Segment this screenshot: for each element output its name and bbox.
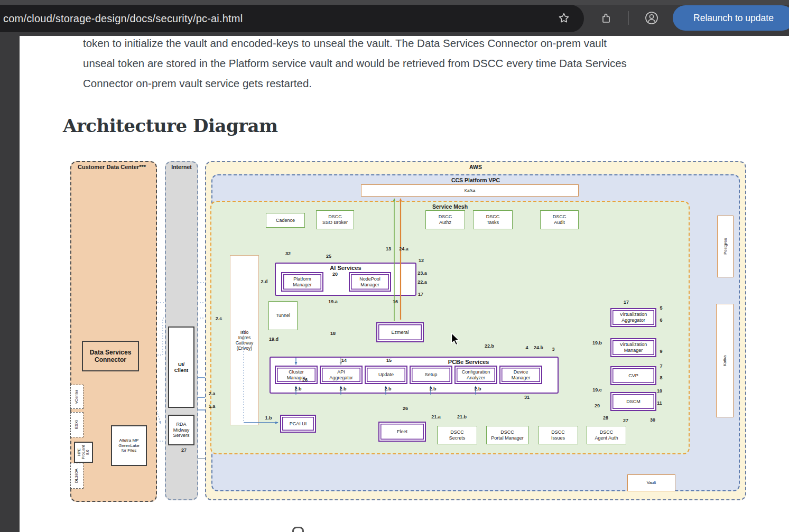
bookmark-star-icon[interactable] <box>556 11 571 25</box>
edge-label-44: 11 <box>657 400 662 406</box>
edge-label-45: 28 <box>603 415 608 421</box>
edge-label-33: 31 <box>524 395 530 400</box>
edge-label-20: 2.b <box>294 386 301 391</box>
extension-icon[interactable] <box>599 11 614 25</box>
next-section-glyph-fragment <box>292 527 304 532</box>
edge-label-4: 12 <box>419 258 424 263</box>
edge-label-18: 14 <box>341 358 347 363</box>
edge-label-0: 32 <box>285 251 291 256</box>
edge-label-35: 5 <box>660 305 662 311</box>
edge-label-25: 26 <box>302 377 308 382</box>
edge-label-8: 2.d <box>261 279 267 284</box>
edge-label-28: 21.b <box>457 414 467 419</box>
profile-icon[interactable] <box>644 11 659 25</box>
page-heading: Architecture Diagram <box>63 115 278 136</box>
edge-label-19: 15 <box>386 358 392 363</box>
edge-label-30: 4 <box>525 345 528 350</box>
edge-label-37: 19.b <box>592 340 602 346</box>
paragraph-line: unseal token are stored in the Platform … <box>83 53 759 73</box>
left-dark-strip <box>0 36 20 532</box>
paragraph-line: Connector on-prem vault service gets res… <box>83 73 759 94</box>
edge-label-3: 24.a <box>399 246 409 251</box>
architecture-diagram: Customer Data Center***InternetAWSCCS Pl… <box>62 156 747 506</box>
edge-label-23: 2.b <box>429 386 436 391</box>
browser-toolbar: com/cloud/storage-design/docs/security/p… <box>0 0 789 36</box>
edge-label-1: 25 <box>326 254 331 259</box>
edge-label-5: 23.a <box>417 270 427 276</box>
edge-label-22: 2.b <box>384 386 391 391</box>
edge-label-17: 1.b <box>265 415 272 421</box>
window-top-strip <box>0 0 789 5</box>
edge-label-6: 22.a <box>417 279 427 285</box>
paragraph-line: token to initialize the vault and encode… <box>83 33 759 53</box>
edge-label-31: 24.b <box>534 345 543 350</box>
relaunch-to-update-button[interactable]: Relaunch to update <box>673 5 789 31</box>
edge-label-10: 19.a <box>328 299 338 304</box>
edge-label-46: 27 <box>623 418 628 423</box>
edge-label-40: 8 <box>660 375 662 380</box>
edge-label-21: 2.b <box>339 386 346 391</box>
edge-label-41: 19.c <box>592 387 602 393</box>
edge-label-27: 21.a <box>431 414 441 419</box>
edge-label-43: 29 <box>595 403 600 408</box>
edge-label-2: 13 <box>386 246 391 251</box>
mouse-cursor <box>450 333 461 346</box>
edge-label-39: 7 <box>660 363 662 369</box>
edge-label-36: 6 <box>660 318 662 323</box>
edge-label-9: 20 <box>332 272 338 277</box>
edge-label-7: 17 <box>418 292 423 297</box>
edge-label-24: 2.b <box>474 386 481 391</box>
edge-label-29: 22.b <box>485 343 494 349</box>
edge-label-12: 18 <box>330 331 336 336</box>
edge-label-11: 16 <box>393 299 398 304</box>
edge-label-38: 9 <box>660 349 662 354</box>
edge-label-42: 10 <box>657 388 662 394</box>
body-paragraph: token to initialize the vault and encode… <box>83 33 759 94</box>
edge-label-32: 3 <box>552 347 554 352</box>
edge-label-47: 30 <box>650 417 655 423</box>
edge-label-13: 19.d <box>269 337 279 342</box>
edge-label-14: 2.c <box>216 316 222 321</box>
edge-label-16: 1.a <box>209 404 216 409</box>
toolbar-divider <box>628 11 629 25</box>
url-text[interactable]: com/cloud/storage-design/docs/security/p… <box>0 13 243 25</box>
edge-label-34: 17 <box>624 300 629 305</box>
diagram-connectors-m2 <box>62 156 747 506</box>
address-bar[interactable]: com/cloud/storage-design/docs/security/p… <box>0 5 584 32</box>
edge-label-15: 2.a <box>209 391 216 396</box>
edge-label-26: 26 <box>403 406 408 411</box>
edge-label-48: 27 <box>181 447 187 453</box>
